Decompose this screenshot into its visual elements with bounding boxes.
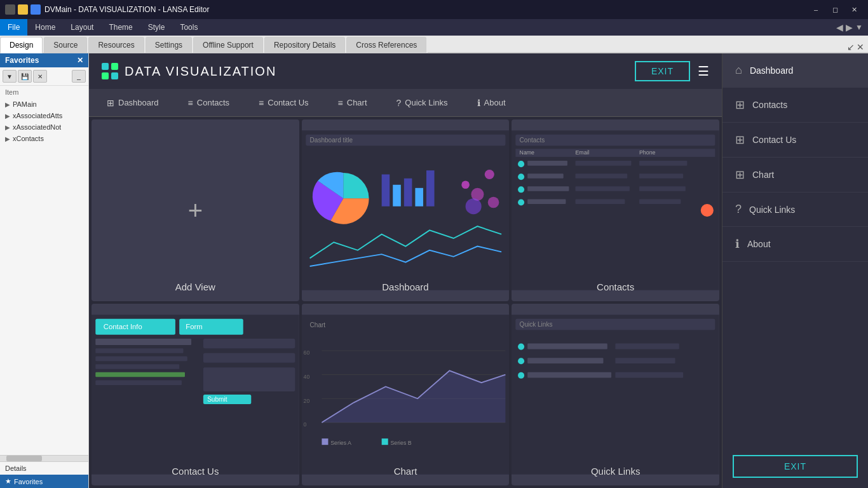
sidebar-extra-btn[interactable]: ⎯ xyxy=(72,70,86,83)
quick-links-preview-cell[interactable]: Quick Links Quick Links xyxy=(512,304,719,485)
svg-text:Contacts: Contacts xyxy=(520,137,545,144)
menu-home[interactable]: Home xyxy=(27,19,63,36)
tab-cross-references[interactable]: Cross References xyxy=(346,37,426,53)
close-tab-icon[interactable]: ✕ xyxy=(857,42,864,52)
sidebar-items-label: Item xyxy=(0,86,88,98)
svg-rect-4 xyxy=(381,174,390,206)
dashboard-preview: Dashboard title xyxy=(302,119,510,301)
sidebar-save-btn[interactable]: 💾 xyxy=(18,70,32,83)
sidebar-scrollbar[interactable] xyxy=(0,455,88,461)
svg-rect-36 xyxy=(639,199,681,204)
right-about-icon: ℹ xyxy=(735,237,740,251)
close-button[interactable]: ✕ xyxy=(845,3,863,16)
menu-file[interactable]: File xyxy=(0,19,27,36)
tab-design[interactable]: Design xyxy=(0,37,43,53)
menubar: File Home Layout Theme Style Tools ◀ ▶ ▼ xyxy=(0,19,868,36)
menu-layout[interactable]: Layout xyxy=(63,19,101,36)
tab-repository-details[interactable]: Repository Details xyxy=(264,37,345,53)
about-nav-icon: ℹ xyxy=(477,98,480,108)
nav-back-icon[interactable]: ◀ xyxy=(836,22,843,32)
sidebar-favorites-text: Favorites xyxy=(14,478,43,485)
nav-quick-links[interactable]: ? Quick Links xyxy=(391,95,453,111)
svg-point-13 xyxy=(487,197,499,208)
svg-text:Series B: Series B xyxy=(390,440,411,446)
tree-item-xassociatednot[interactable]: ▶ xAssociatedNot xyxy=(0,121,88,133)
add-icon: + xyxy=(188,198,203,223)
svg-point-29 xyxy=(518,186,524,193)
menu-tools[interactable]: Tools xyxy=(172,19,205,36)
right-nav-contact-us[interactable]: ⊞ Contact Us xyxy=(722,123,868,158)
tree-expand-icon-2: ▶ xyxy=(5,112,10,119)
svg-rect-6 xyxy=(403,179,412,207)
tab-source[interactable]: Source xyxy=(44,37,87,53)
svg-rect-51 xyxy=(203,367,295,391)
sidebar-details-label: Details xyxy=(0,461,88,475)
right-contact-us-label: Contact Us xyxy=(752,135,796,145)
nav-chart[interactable]: ≡ Chart xyxy=(333,95,372,111)
menu-style[interactable]: Style xyxy=(140,19,173,36)
tree-label-xassociatednot: xAssociatedNot xyxy=(13,123,61,131)
right-nav-contacts[interactable]: ⊞ Contacts xyxy=(722,88,868,123)
tree-item-xcontacts[interactable]: ▶ xContacts xyxy=(0,133,88,144)
maximize-button[interactable]: ◻ xyxy=(826,3,844,16)
dashboard-preview-cell[interactable]: Dashboard title xyxy=(302,119,510,301)
sidebar-new-btn[interactable]: ▼ xyxy=(3,70,17,83)
right-exit-button[interactable]: EXIT xyxy=(733,455,858,478)
quick-links-cell-label: Quick Links xyxy=(591,466,641,477)
svg-rect-38 xyxy=(92,315,299,474)
left-sidebar: Favorites ✕ ▼ 💾 ✕ ⎯ Item ▶ PAMain ▶ xAss… xyxy=(0,53,89,488)
svg-text:Email: Email xyxy=(576,149,590,156)
tree-label-xassociatedatts: xAssociatedAtts xyxy=(13,112,62,119)
svg-rect-8 xyxy=(426,170,435,207)
svg-rect-43 xyxy=(95,339,191,345)
contacts-nav-icon: ≡ xyxy=(188,98,193,108)
minimize-button[interactable]: – xyxy=(807,3,825,16)
right-contacts-label: Contacts xyxy=(752,100,787,110)
contact-us-preview-cell[interactable]: Contact Info Form xyxy=(92,304,299,485)
nav-contacts[interactable]: ≡ Contacts xyxy=(183,95,234,111)
right-nav-chart[interactable]: ⊞ Chart xyxy=(722,158,868,193)
svg-rect-73 xyxy=(527,344,607,349)
logo-block-2 xyxy=(111,63,118,70)
dashboard-preview-svg: Dashboard title xyxy=(302,119,510,301)
contacts-preview-cell[interactable]: Contacts Name Email Phone xyxy=(512,119,719,301)
svg-text:Chart: Chart xyxy=(309,322,325,329)
favorites-icon: ★ xyxy=(5,477,11,485)
dropdown-icon[interactable]: ▼ xyxy=(855,23,863,32)
dashboard-grid: + Add View Dashboard title xyxy=(89,117,722,488)
chart-preview: Chart 60 40 20 0 xyxy=(302,304,510,485)
svg-rect-26 xyxy=(527,173,564,179)
right-nav-about[interactable]: ℹ About xyxy=(722,227,868,262)
svg-point-12 xyxy=(465,198,481,214)
right-chart-icon: ⊞ xyxy=(735,168,745,182)
nav-forward-icon[interactable]: ▶ xyxy=(846,22,853,32)
svg-text:20: 20 xyxy=(303,398,309,404)
svg-rect-15 xyxy=(516,135,715,146)
tab-offline-support[interactable]: Offline Support xyxy=(193,37,263,53)
expand-icon[interactable]: ↙ xyxy=(847,42,855,52)
exit-button[interactable]: EXIT xyxy=(635,61,690,81)
nav-contact-us[interactable]: ≡ Contact Us xyxy=(254,95,313,111)
add-view-cell[interactable]: + Add View xyxy=(92,119,299,301)
menu-theme[interactable]: Theme xyxy=(101,19,140,36)
svg-point-78 xyxy=(518,372,524,379)
right-nav-quick-links[interactable]: ? Quick Links xyxy=(722,193,868,227)
svg-point-9 xyxy=(461,181,470,189)
nav-dashboard[interactable]: ⊞ Dashboard xyxy=(102,95,164,111)
favorites-header: Favorites ✕ xyxy=(0,53,88,67)
tree-item-xassociatedatts[interactable]: ▶ xAssociatedAtts xyxy=(0,110,88,121)
app-header: DATA VISUALIZATION EXIT ☰ xyxy=(89,53,722,89)
svg-rect-7 xyxy=(415,188,423,207)
tree-item-pamain[interactable]: ▶ PAMain xyxy=(0,98,88,110)
tab-settings[interactable]: Settings xyxy=(146,37,192,53)
sidebar-favorites-btn[interactable]: ★ Favorites xyxy=(0,475,88,488)
nav-about[interactable]: ℹ About xyxy=(472,95,511,111)
chart-preview-cell[interactable]: Chart 60 40 20 0 xyxy=(302,304,510,485)
svg-text:Submit: Submit xyxy=(207,396,227,403)
sidebar-delete-btn[interactable]: ✕ xyxy=(33,70,47,83)
svg-rect-34 xyxy=(527,199,566,204)
right-nav-dashboard[interactable]: ⌂ Dashboard xyxy=(722,53,868,88)
tab-resources[interactable]: Resources xyxy=(88,37,144,53)
hamburger-button[interactable]: ☰ xyxy=(698,64,709,79)
favorites-close-icon[interactable]: ✕ xyxy=(77,56,83,65)
